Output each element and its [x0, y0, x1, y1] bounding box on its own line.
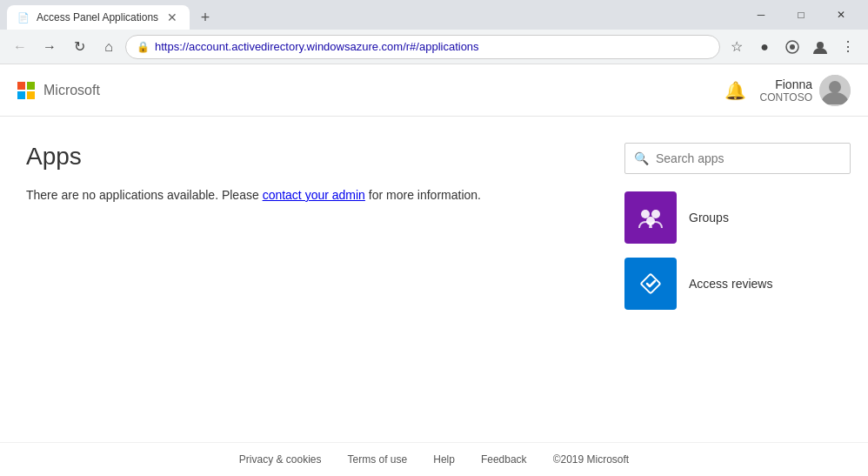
- profile-button[interactable]: [807, 34, 833, 60]
- sq-red: [17, 82, 25, 90]
- ms-name-label: Microsoft: [43, 83, 100, 98]
- svg-point-5: [641, 210, 650, 218]
- home-button[interactable]: ⌂: [96, 34, 122, 60]
- sq-green: [27, 82, 35, 90]
- access-reviews-app-item[interactable]: Access reviews: [624, 258, 851, 310]
- ms-header: Microsoft 🔔 Fionna CONTOSO: [0, 64, 868, 117]
- sq-yellow: [27, 91, 35, 99]
- maximize-button[interactable]: □: [781, 0, 821, 30]
- window-controls: ─ □ ✕: [741, 0, 861, 30]
- forward-button[interactable]: →: [37, 34, 63, 60]
- user-name: Fionna: [760, 77, 812, 91]
- no-apps-suffix: for more information.: [365, 188, 481, 202]
- tab-area: 📄 Access Panel Applications ✕ +: [7, 0, 734, 30]
- ms-logo: Microsoft: [17, 82, 100, 99]
- contact-admin-link[interactable]: contact your admin: [263, 188, 365, 202]
- new-tab-button[interactable]: +: [193, 5, 217, 30]
- privacy-cookies-link[interactable]: Privacy & cookies: [239, 453, 322, 466]
- active-tab[interactable]: 📄 Access Panel Applications ✕: [7, 5, 190, 30]
- feedback-link[interactable]: Feedback: [481, 453, 527, 466]
- app-frame: Microsoft 🔔 Fionna CONTOSO: [0, 64, 868, 476]
- menu-button[interactable]: ⋮: [835, 34, 861, 60]
- help-link[interactable]: Help: [433, 453, 455, 466]
- user-avatar[interactable]: [819, 75, 851, 106]
- svg-point-1: [790, 44, 795, 50]
- bookmark-button[interactable]: ☆: [724, 34, 750, 60]
- right-panel: 🔍 Groups: [624, 143, 851, 442]
- footer: Privacy & cookies Terms of use Help Feed…: [0, 442, 868, 476]
- search-input[interactable]: [656, 151, 841, 165]
- browser-icon-1[interactable]: ●: [751, 34, 778, 60]
- groups-app-label: Groups: [689, 211, 729, 225]
- header-right: 🔔 Fionna CONTOSO: [724, 75, 851, 106]
- sq-blue: [17, 91, 25, 99]
- terms-of-use-link[interactable]: Terms of use: [348, 453, 408, 466]
- left-panel: Apps There are no applications available…: [26, 143, 607, 442]
- address-bar[interactable]: 🔒 https://account.activedirectory.window…: [125, 35, 720, 59]
- search-icon: 🔍: [634, 151, 649, 165]
- title-bar: 📄 Access Panel Applications ✕ + ─ □ ✕: [0, 0, 868, 30]
- refresh-button[interactable]: ↻: [66, 34, 92, 60]
- minimize-button[interactable]: ─: [741, 0, 781, 30]
- tab-title: Access Panel Applications: [37, 11, 158, 23]
- back-button[interactable]: ←: [7, 34, 33, 60]
- access-reviews-app-label: Access reviews: [689, 277, 772, 291]
- user-text: Fionna CONTOSO: [760, 77, 812, 104]
- browser-chrome: 📄 Access Panel Applications ✕ + ─ □ ✕ ← …: [0, 0, 868, 64]
- ms-squares-icon: [17, 82, 35, 99]
- close-button[interactable]: ✕: [821, 0, 861, 30]
- search-box[interactable]: 🔍: [624, 143, 851, 174]
- extensions-button[interactable]: [779, 34, 805, 60]
- no-apps-message: There are no applications available. Ple…: [26, 188, 607, 202]
- svg-point-6: [651, 210, 660, 218]
- copyright: ©2019 Microsoft: [553, 453, 630, 466]
- lock-icon: 🔒: [137, 41, 150, 53]
- groups-app-tile: [624, 191, 677, 244]
- notification-bell-icon[interactable]: 🔔: [724, 80, 746, 101]
- user-info[interactable]: Fionna CONTOSO: [760, 75, 851, 106]
- no-apps-prefix: There are no applications available. Ple…: [26, 188, 263, 202]
- svg-point-2: [817, 42, 824, 49]
- nav-right-controls: ☆ ● ⋮: [724, 34, 861, 60]
- tab-close-button[interactable]: ✕: [165, 10, 179, 24]
- url-text: https://account.activedirectory.windowsa…: [155, 40, 709, 53]
- groups-app-item[interactable]: Groups: [624, 191, 851, 244]
- user-org: CONTOSO: [760, 91, 812, 104]
- access-reviews-app-tile: [624, 258, 677, 310]
- svg-rect-8: [641, 274, 661, 294]
- page-title: Apps: [26, 143, 607, 171]
- tab-favicon: 📄: [17, 12, 30, 23]
- main-content: Apps There are no applications available…: [0, 117, 868, 442]
- svg-point-4: [829, 81, 841, 93]
- nav-bar: ← → ↻ ⌂ 🔒 https://account.activedirector…: [0, 30, 868, 64]
